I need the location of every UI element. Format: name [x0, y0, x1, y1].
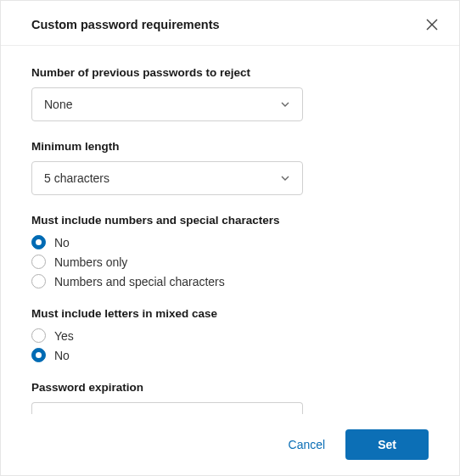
set-button[interactable]: Set [345, 429, 429, 460]
close-button[interactable] [424, 16, 440, 33]
cancel-button[interactable]: Cancel [289, 438, 326, 451]
radio-input[interactable] [31, 328, 46, 343]
dialog-title: Custom password requirements [31, 18, 220, 31]
radio-option-yes[interactable]: Yes [31, 328, 429, 343]
radio-label: Yes [54, 329, 74, 343]
radio-option-numbers-and-special[interactable]: Numbers and special characters [31, 274, 429, 288]
mixed-case-radio-group: Yes No [31, 328, 429, 362]
field-mixed-case: Must include letters in mixed case Yes N… [31, 307, 429, 362]
radio-input[interactable] [31, 348, 46, 362]
radio-input[interactable] [31, 274, 46, 288]
field-label: Password expiration [31, 381, 429, 394]
radio-option-no[interactable]: No [31, 348, 429, 362]
dialog-footer: Cancel Set [1, 414, 459, 475]
dialog-header: Custom password requirements [1, 1, 459, 46]
numbers-special-radio-group: No Numbers only Numbers and special char… [31, 235, 429, 288]
select-value: 5 characters [44, 171, 109, 185]
field-min-length: Minimum length 5 characters [31, 140, 429, 195]
expiration-select[interactable] [31, 402, 303, 414]
radio-label: No [54, 349, 70, 362]
dialog-body[interactable]: Number of previous passwords to reject N… [1, 46, 459, 414]
radio-input[interactable] [31, 255, 46, 269]
field-password-expiration: Password expiration [31, 381, 429, 414]
field-previous-passwords: Number of previous passwords to reject N… [31, 66, 429, 121]
chevron-down-icon [280, 99, 290, 109]
password-requirements-dialog: Custom password requirements Number of p… [1, 1, 459, 475]
field-label: Number of previous passwords to reject [31, 66, 429, 79]
previous-passwords-select[interactable]: None [31, 87, 303, 121]
radio-label: Numbers and special characters [54, 275, 225, 288]
radio-input[interactable] [31, 235, 46, 249]
radio-option-no[interactable]: No [31, 235, 429, 249]
chevron-down-icon [280, 173, 290, 183]
radio-option-numbers-only[interactable]: Numbers only [31, 255, 429, 269]
field-numbers-special: Must include numbers and special charact… [31, 214, 429, 288]
close-icon [426, 19, 438, 31]
field-label: Must include numbers and special charact… [31, 214, 429, 227]
radio-label: Numbers only [54, 255, 127, 269]
select-value: None [44, 98, 72, 111]
min-length-select[interactable]: 5 characters [31, 161, 303, 195]
dialog-body-wrapper: Number of previous passwords to reject N… [1, 46, 459, 414]
radio-label: No [54, 236, 70, 249]
field-label: Minimum length [31, 140, 429, 153]
field-label: Must include letters in mixed case [31, 307, 429, 320]
